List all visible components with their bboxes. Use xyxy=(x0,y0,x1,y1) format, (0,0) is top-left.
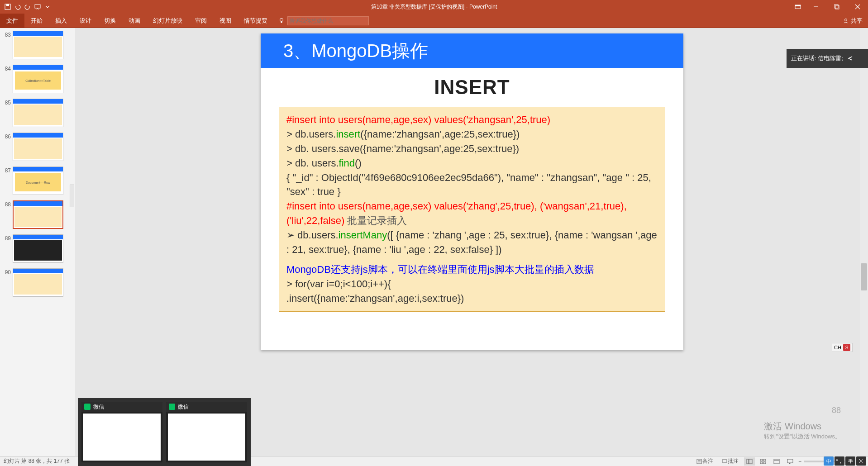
slide-title: 3、MongoDB操作 xyxy=(261,33,683,68)
window-controls xyxy=(790,0,868,14)
slideshow-view-button[interactable] xyxy=(785,457,796,466)
ime-cn-button[interactable]: 中 xyxy=(824,456,834,466)
wechat-window-1[interactable]: 微信 xyxy=(81,402,162,462)
svg-rect-17 xyxy=(749,459,752,464)
svg-rect-21 xyxy=(763,462,766,464)
svg-rect-20 xyxy=(760,462,763,464)
window-title: 第10章 非关系型数据库 [受保护的视图] - PowerPoint xyxy=(371,3,497,11)
speaker-notification: 正在讲话: 信电陈雷; xyxy=(787,49,868,68)
svg-rect-4 xyxy=(795,5,801,6)
ime-settings-icon[interactable] xyxy=(856,456,866,466)
ime-toolbar[interactable]: 中 °， 半 xyxy=(824,456,866,466)
svg-rect-19 xyxy=(763,459,766,461)
reply-icon[interactable] xyxy=(847,55,854,62)
thumb-num: 88 xyxy=(2,200,11,229)
save-icon[interactable] xyxy=(5,4,11,10)
title-bar: 第10章 非关系型数据库 [受保护的视图] - PowerPoint xyxy=(0,0,868,14)
wechat-icon xyxy=(84,404,91,410)
minimize-button[interactable] xyxy=(806,0,826,14)
svg-rect-11 xyxy=(281,21,282,23)
thumbnail-88[interactable]: 88 xyxy=(0,198,76,232)
wechat-task-preview[interactable]: 微信 微信 xyxy=(78,398,251,466)
customize-qat-icon[interactable] xyxy=(44,4,51,10)
thumbnail-87[interactable]: 87 Document==Row xyxy=(0,164,76,198)
panel-collapse-handle[interactable] xyxy=(70,185,74,207)
tab-slideshow[interactable]: 幻灯片放映 xyxy=(147,14,189,28)
tab-home[interactable]: 开始 xyxy=(24,14,49,28)
svg-rect-18 xyxy=(760,459,763,461)
tab-storyboard[interactable]: 情节提要 xyxy=(238,14,274,28)
tab-file[interactable]: 文件 xyxy=(0,14,24,28)
speaker-label: 正在讲话: 信电陈雷; xyxy=(791,54,843,62)
slide-count-label: 幻灯片 第 88 张，共 177 张 xyxy=(4,457,70,465)
ime-width-button[interactable]: 半 xyxy=(845,456,855,466)
tell-me-box xyxy=(278,16,369,25)
tab-insert[interactable]: 插入 xyxy=(49,14,73,28)
comments-icon xyxy=(721,458,728,465)
slide-page-number: 88 xyxy=(832,406,841,415)
bulb-icon xyxy=(278,18,285,24)
tab-review[interactable]: 审阅 xyxy=(189,14,213,28)
svg-point-10 xyxy=(280,18,283,21)
redo-icon[interactable] xyxy=(24,4,31,10)
main-area: 83 84 Collection==Table 85 86 87 Documen… xyxy=(0,28,868,456)
svg-point-12 xyxy=(845,19,847,21)
thumbnail-84[interactable]: 84 Collection==Table xyxy=(0,62,76,96)
share-button[interactable]: 共享 xyxy=(843,17,863,25)
language-indicator[interactable]: CH S xyxy=(832,343,853,352)
ribbon-display-icon[interactable] xyxy=(790,0,806,14)
wechat-icon xyxy=(169,404,175,410)
undo-icon[interactable] xyxy=(14,4,21,10)
ribbon-tabs: 文件 开始 插入 设计 切换 动画 幻灯片放映 审阅 视图 情节提要 共享 xyxy=(0,14,868,28)
slide-code-block: #insert into users(name,age,sex) values(… xyxy=(279,107,665,312)
tab-animation[interactable]: 动画 xyxy=(122,14,147,28)
tab-design[interactable]: 设计 xyxy=(73,14,98,28)
svg-rect-1 xyxy=(6,4,9,6)
current-slide[interactable]: 3、MongoDB操作 INSERT #insert into users(na… xyxy=(261,33,683,350)
share-icon xyxy=(843,18,849,24)
normal-view-button[interactable] xyxy=(744,457,755,466)
notes-icon xyxy=(696,458,702,465)
zoom-out-button[interactable]: − xyxy=(798,458,801,465)
quick-access-toolbar xyxy=(0,4,51,10)
svg-rect-16 xyxy=(747,459,749,464)
slide-thumbnail-panel[interactable]: 83 84 Collection==Table 85 86 87 Documen… xyxy=(0,28,76,456)
svg-rect-22 xyxy=(774,459,779,464)
slide-scrollbar[interactable] xyxy=(860,28,868,456)
sorter-view-button[interactable] xyxy=(758,457,768,466)
tell-me-input[interactable] xyxy=(287,16,369,25)
notes-button[interactable]: 备注 xyxy=(693,456,716,466)
thumb-num: 84 xyxy=(2,65,11,93)
slide-subtitle: INSERT xyxy=(261,76,683,99)
thumbnail-86[interactable]: 86 xyxy=(0,130,76,164)
activate-windows-watermark: 激活 Windows 转到"设置"以激活 Windows。 xyxy=(764,420,841,441)
reading-view-button[interactable] xyxy=(771,457,782,466)
ime-punct-button[interactable]: °， xyxy=(835,456,844,466)
comments-button[interactable]: 批注 xyxy=(719,456,741,466)
thumbnail-89[interactable]: 89 xyxy=(0,232,76,266)
svg-rect-6 xyxy=(835,5,838,8)
svg-rect-2 xyxy=(35,5,40,8)
slide-editor-area: 3、MongoDB操作 INSERT #insert into users(na… xyxy=(76,28,868,456)
svg-rect-24 xyxy=(787,459,793,463)
thumb-num: 86 xyxy=(2,133,11,161)
thumb-num: 87 xyxy=(2,166,11,195)
maximize-button[interactable] xyxy=(826,0,847,14)
thumb-num: 89 xyxy=(2,234,11,263)
scrollbar-thumb[interactable] xyxy=(861,263,867,290)
svg-rect-7 xyxy=(835,5,839,9)
tab-view[interactable]: 视图 xyxy=(213,14,238,28)
thumbnail-90[interactable]: 90 xyxy=(0,266,76,300)
wechat-window-2[interactable]: 微信 xyxy=(166,402,247,462)
thumb-num: 83 xyxy=(2,31,11,59)
close-button[interactable] xyxy=(847,0,868,14)
thumb-num: 85 xyxy=(2,99,11,127)
thumbnail-83[interactable]: 83 xyxy=(0,28,76,62)
share-label: 共享 xyxy=(851,17,863,25)
svg-rect-13 xyxy=(697,459,701,464)
thumb-num: 90 xyxy=(2,268,11,297)
slideshow-start-icon[interactable] xyxy=(34,4,41,10)
tab-transition[interactable]: 切换 xyxy=(98,14,122,28)
thumbnail-85[interactable]: 85 xyxy=(0,96,76,130)
